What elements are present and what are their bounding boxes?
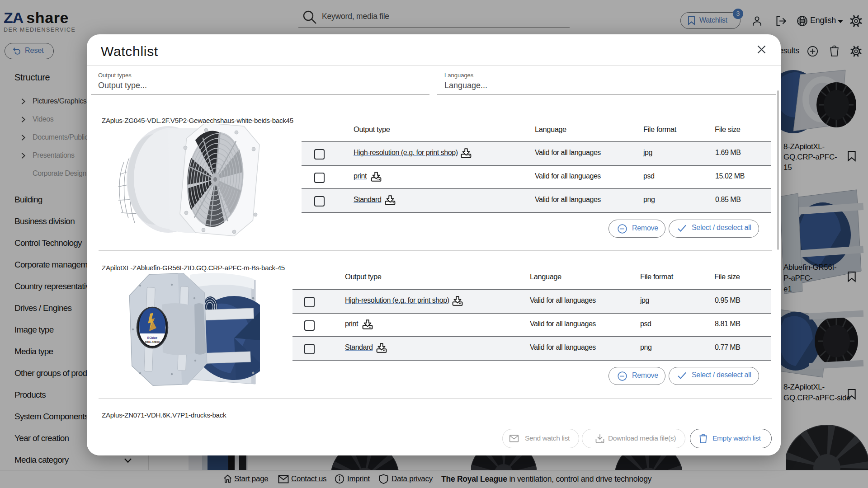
svg-text:ECblue: ECblue [147,336,158,339]
svg-text:ZIEHL-ABEGG: ZIEHL-ABEGG [145,341,160,343]
